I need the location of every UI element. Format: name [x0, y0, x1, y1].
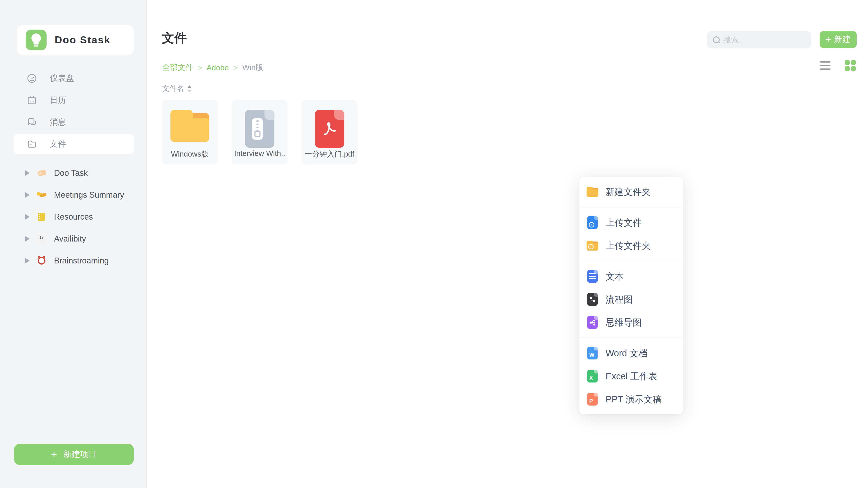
plus-icon: + — [826, 34, 831, 45]
ledger-emoji-icon — [35, 213, 49, 221]
text-doc-icon — [587, 270, 598, 283]
new-item-context-menu: 新建文件夹 ↑ 上传文件 ↑ 上传文件夹 文本 — [579, 177, 683, 414]
breadcrumb: 全部文件 > Adobe > Win版 — [162, 62, 264, 73]
list-view-icon[interactable] — [819, 60, 831, 71]
app-title: Doo Stask — [55, 34, 111, 46]
tree-item-availibity[interactable]: 17 Availibity — [0, 228, 147, 250]
sidebar-nav: 仪表盘 日历 消息 文件 — [0, 67, 147, 155]
file-name: 一分钟入门.pdf — [305, 149, 354, 159]
sort-arrows-icon — [187, 86, 192, 92]
menu-item-ppt[interactable]: P PPT 演示文稿 — [579, 388, 683, 411]
sidebar-item-files[interactable]: 文件 — [0, 133, 147, 155]
new-folder-icon — [587, 186, 598, 198]
sort-by-filename[interactable]: 文件名 — [162, 84, 192, 94]
flowchart-doc-icon — [587, 293, 598, 306]
menu-item-text[interactable]: 文本 — [579, 265, 683, 288]
search-icon — [713, 36, 720, 43]
file-card-folder[interactable]: Windows版 — [162, 100, 218, 164]
folder-icon — [26, 138, 37, 150]
menu-section-office: W Word 文档 X Excel 工作表 P PPT 演示文稿 — [579, 337, 683, 414]
expand-caret-icon[interactable] — [25, 258, 30, 264]
menu-section-upload: ↑ 上传文件 ↑ 上传文件夹 — [579, 207, 683, 261]
sidebar-item-calendar[interactable]: 日历 — [0, 89, 147, 111]
breadcrumb-adobe[interactable]: Adobe — [207, 63, 229, 72]
search-box — [707, 31, 811, 48]
mindmap-doc-icon — [587, 316, 598, 329]
folder-large-icon — [170, 110, 209, 148]
expand-caret-icon[interactable] — [25, 236, 30, 242]
menu-item-new-folder[interactable]: 新建文件夹 — [579, 180, 683, 203]
zip-file-icon — [245, 110, 274, 148]
menu-section-documents: 文本 流程图 思维导图 — [579, 261, 683, 337]
breadcrumb-all-files[interactable]: 全部文件 — [162, 62, 193, 73]
lightbulb-icon — [26, 30, 46, 51]
excel-doc-icon: X — [587, 370, 598, 383]
file-grid: Windows版 Interview With... 一分钟入门.pdf — [162, 100, 358, 164]
menu-item-word[interactable]: W Word 文档 — [579, 341, 683, 365]
menu-item-excel[interactable]: X Excel 工作表 — [579, 365, 683, 388]
app-root: { "app": { "title": "Doo Stask", "logo_i… — [0, 0, 868, 488]
expand-caret-icon[interactable] — [25, 170, 30, 176]
upload-folder-icon: ↑ — [587, 239, 598, 252]
new-button[interactable]: + 新建 — [819, 31, 857, 48]
word-doc-icon: W — [587, 347, 598, 359]
breadcrumb-current: Win版 — [242, 62, 264, 73]
breadcrumb-separator: > — [197, 63, 202, 72]
view-toggles — [819, 59, 857, 72]
sidebar-item-messages[interactable]: 消息 — [0, 111, 147, 133]
expand-caret-icon[interactable] — [25, 192, 30, 198]
tree-item-resources[interactable]: Resources — [0, 206, 147, 228]
search-input[interactable] — [723, 31, 824, 48]
calendar-icon — [26, 95, 37, 106]
pdf-file-icon — [315, 110, 344, 148]
menu-section-folder: 新建文件夹 — [579, 177, 683, 207]
chat-icon — [26, 117, 37, 128]
ppt-doc-icon: P — [587, 393, 598, 405]
menu-item-upload-folder[interactable]: ↑ 上传文件夹 — [579, 234, 683, 257]
breadcrumb-separator: > — [233, 63, 238, 72]
gauge-icon — [26, 73, 37, 84]
tree-item-meetings-summary[interactable]: Meetings Summary — [0, 184, 147, 206]
upload-file-icon: ↑ — [587, 216, 598, 229]
alarm-clock-emoji-icon — [35, 257, 49, 265]
main-content: 文件 全部文件 > Adobe > Win版 文件名 Windows版 Inte… — [147, 0, 868, 488]
file-card-pdf[interactable]: 一分钟入门.pdf — [302, 100, 358, 164]
file-card-zip[interactable]: Interview With... — [232, 100, 287, 164]
sidebar-item-dashboard[interactable]: 仪表盘 — [0, 67, 147, 89]
menu-item-upload-file[interactable]: ↑ 上传文件 — [579, 211, 683, 234]
expand-caret-icon[interactable] — [25, 214, 30, 220]
tree-item-doo-task[interactable]: Doo Task — [0, 162, 147, 184]
menu-item-mindmap[interactable]: 思维导图 — [579, 311, 683, 334]
tearoff-calendar-emoji-icon: 17 — [35, 235, 49, 243]
page-title: 文件 — [162, 30, 187, 46]
project-tree: Doo Task Meetings Summary Resources 17 A… — [0, 162, 147, 271]
plus-icon: + — [51, 448, 57, 460]
menu-item-flowchart[interactable]: 流程图 — [579, 288, 683, 311]
sort-label: 文件名 — [162, 84, 184, 94]
app-logo[interactable]: Doo Stask — [17, 25, 134, 55]
handshake-emoji-icon — [35, 192, 49, 198]
file-name: Windows版 — [171, 149, 209, 159]
new-project-button[interactable]: + 新建项目 — [14, 444, 134, 465]
sidebar: Doo Stask 仪表盘 日历 消息 — [0, 0, 147, 488]
tree-item-brainstroaming[interactable]: Brainstroaming — [0, 250, 147, 271]
file-name: Interview With... — [234, 149, 285, 158]
tag-emoji-icon — [35, 170, 49, 176]
grid-view-icon[interactable] — [844, 59, 857, 72]
